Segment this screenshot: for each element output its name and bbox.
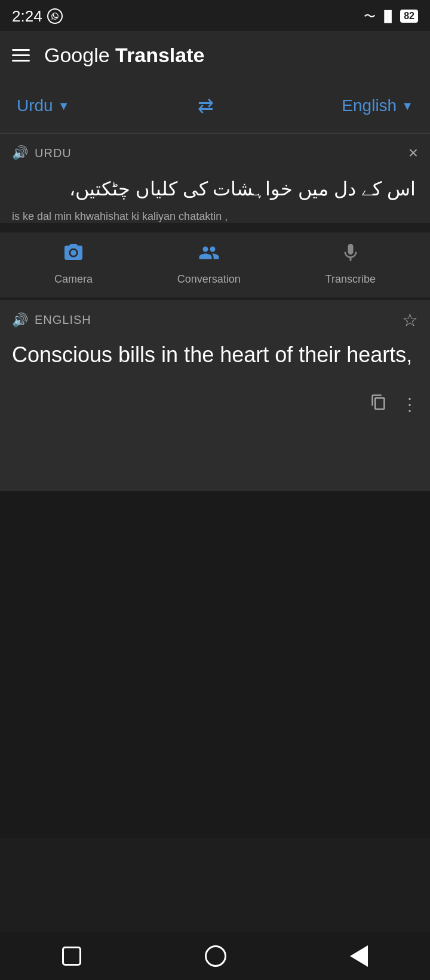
source-language-arrow: ▼ [58,99,70,113]
transcribe-icon [340,242,361,268]
target-language-button[interactable]: English ▼ [342,96,413,115]
transcribe-label: Transcribe [325,273,376,286]
source-language-label: Urdu [17,96,53,115]
camera-icon [63,242,84,268]
input-lang-label: 🔊 URDU [12,145,72,161]
input-speaker-icon[interactable]: 🔊 [12,145,29,161]
home-button[interactable] [205,945,226,967]
camera-label: Camera [54,273,93,286]
translation-actions: ⋮ [12,394,418,415]
copy-button[interactable] [370,394,387,415]
home-icon [205,945,226,967]
recent-apps-icon [62,947,81,966]
recent-apps-button[interactable] [62,947,81,966]
activity-icon: 〜 [364,8,376,24]
output-language-name: ENGLISH [35,313,91,327]
app-title: Google Translate [44,44,204,67]
camera-tool[interactable]: Camera [54,242,93,286]
language-selector: Urdu ▼ ⇄ English ▼ [0,79,430,133]
bottom-tools: Camera Conversation Transcribe [0,232,430,298]
favorite-button[interactable]: ☆ [402,310,418,330]
input-header: 🔊 URDU × [12,143,418,163]
empty-area [0,491,430,838]
output-speaker-icon[interactable]: 🔊 [12,313,29,328]
signal-icon: ▐▌ [380,10,396,23]
more-options-button[interactable]: ⋮ [401,394,418,414]
navigation-bar [0,932,430,980]
translate-label: Translate [115,44,204,66]
translation-lang-label: 🔊 ENGLISH [12,313,91,328]
conversation-tool[interactable]: Conversation [177,242,241,286]
conversation-icon [198,242,220,268]
back-icon [350,945,368,967]
status-icons: 〜 ▐▌ 82 [364,8,418,24]
google-label: Google [44,44,110,66]
app-header: Google Translate [0,31,430,79]
whatsapp-icon [47,8,63,24]
target-language-label: English [342,96,397,115]
battery-level: 82 [404,11,414,21]
input-language-name: URDU [35,146,72,160]
target-language-arrow: ▼ [401,99,413,113]
source-language-button[interactable]: Urdu ▼ [17,96,70,115]
translation-header: 🔊 ENGLISH ☆ [12,310,418,330]
conversation-label: Conversation [177,273,241,286]
input-section: 🔊 URDU × اس کے دل میں خواہشات کی کلیاں چ… [0,134,430,223]
transcribe-tool[interactable]: Transcribe [325,242,376,286]
close-input-button[interactable]: × [408,143,418,163]
translation-section: 🔊 ENGLISH ☆ Conscious bills in the heart… [0,300,430,491]
status-time: 2:24 [12,7,63,26]
status-bar: 2:24 〜 ▐▌ 82 [0,0,430,31]
menu-button[interactable] [12,49,30,62]
time-display: 2:24 [12,7,42,26]
translation-result: Conscious bills in the heart of their he… [12,340,418,370]
urdu-input-text[interactable]: اس کے دل میں خواہشات کی کلیاں چٹکتیں، [12,170,418,208]
transliteration-text: is ke dal min khwahishat ki kaliyan chat… [12,210,418,223]
battery-indicator: 82 [400,10,418,23]
back-button[interactable] [350,945,368,967]
swap-languages-button[interactable]: ⇄ [198,94,214,117]
